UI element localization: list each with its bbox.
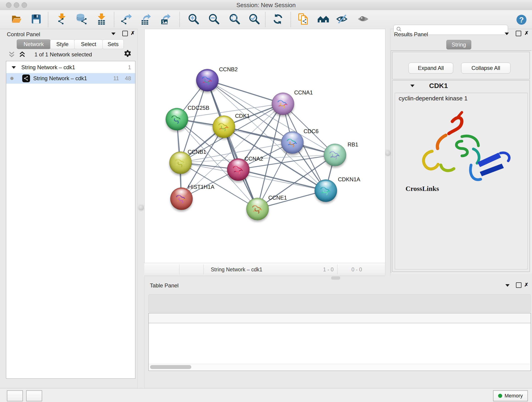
window-zoom-button[interactable]	[22, 2, 27, 8]
export-network-icon	[120, 13, 132, 26]
zoom-fit-button[interactable]	[228, 13, 241, 26]
protein-ribbon-thumb	[247, 198, 268, 220]
refresh-icon	[272, 13, 284, 26]
control-panel-title: Control Panel	[7, 31, 40, 38]
gene-collapse-icon[interactable]	[410, 85, 414, 87]
edge-CCNB2-CCNA1[interactable]	[207, 80, 283, 104]
help-button[interactable]: ?	[515, 14, 528, 27]
copy-network-button[interactable]	[297, 13, 310, 26]
control-panel-menu-icon[interactable]	[111, 32, 115, 35]
first-neighbors-icon	[317, 13, 329, 26]
network-options-gear-icon[interactable]	[124, 50, 132, 58]
node-label-CCNE1: CCNE1	[268, 195, 287, 201]
protein-ribbon-thumb	[213, 116, 235, 138]
network-canvas[interactable]: CCNB2CCNA1CDC25BCDK1CDC6RB1CCNB1CCNA2CDK…	[144, 29, 385, 263]
node-RB1[interactable]	[324, 144, 346, 166]
toolbar-separator	[291, 12, 291, 27]
network-row-selected[interactable]: String Network – cdk1 11 48	[6, 73, 135, 84]
control-panel-float-icon[interactable]	[122, 31, 128, 36]
gene-result-box: CDK1 cyclin-dependent kinase 1	[392, 80, 530, 272]
export-network-button[interactable]	[120, 13, 133, 26]
import-network-button[interactable]	[56, 13, 68, 26]
hidden-count: 0 - 0	[351, 265, 362, 274]
results-panel-float-icon[interactable]	[516, 31, 521, 36]
edge-CCNA2-CDKN1A[interactable]	[238, 169, 326, 191]
cloud-button[interactable]	[7, 390, 23, 401]
gene-description: cyclin-dependent kinase 1	[399, 95, 468, 102]
network-node-count: 11	[113, 75, 119, 82]
export-table-button[interactable]	[139, 13, 152, 26]
protein-ribbon-thumb	[324, 144, 346, 166]
toolbar-separator	[179, 264, 179, 274]
collapse-all-button[interactable]: Collapse All	[461, 63, 510, 74]
title-bar: Session: New Session	[0, 0, 532, 10]
window-minimize-button[interactable]	[14, 2, 19, 8]
import-table-button[interactable]	[95, 13, 108, 26]
node-CDC25B[interactable]	[166, 108, 188, 130]
export-table-icon	[139, 13, 151, 26]
tab-select[interactable]: Select	[74, 39, 103, 49]
save-session-button[interactable]	[30, 13, 43, 26]
results-panel-close-icon[interactable]: ✗	[525, 31, 529, 36]
control-panel-close-icon[interactable]: ✗	[131, 31, 135, 36]
network-collection-row[interactable]: String Network – cdk1 1	[6, 62, 135, 73]
left-splitter[interactable]	[138, 29, 145, 388]
protein-ribbon-thumb	[166, 108, 188, 130]
string-results-container: Expand All Collapse All CDK1 cyclin-depe…	[391, 51, 532, 273]
node-CDK1[interactable]	[213, 115, 235, 138]
show-all-button[interactable]	[357, 13, 370, 26]
node-CDC6[interactable]	[281, 131, 304, 154]
node-CCNB2[interactable]	[196, 69, 219, 91]
zoom-out-button[interactable]	[208, 13, 220, 26]
network-share-icon	[22, 75, 30, 82]
protein-ribbon-thumb	[196, 69, 218, 91]
network-label: String Network – cdk1	[33, 75, 87, 82]
refresh-button[interactable]	[272, 13, 284, 26]
node-CDKN1A[interactable]	[315, 179, 337, 202]
network-tree: String Network – cdk1 1 String Network –…	[6, 61, 135, 379]
export-image-icon	[159, 13, 171, 26]
collection-expand-icon[interactable]	[12, 66, 16, 69]
open-session-icon	[11, 13, 22, 26]
node-label-RB1: RB1	[348, 141, 358, 148]
node-label-CDC6: CDC6	[304, 128, 318, 134]
zoom-out-icon	[208, 13, 220, 26]
tab-style[interactable]: Style	[50, 39, 75, 49]
node-label-HIST1H1A: HIST1H1A	[188, 184, 215, 190]
import-database-icon	[76, 13, 88, 26]
tab-string[interactable]: String	[446, 40, 471, 50]
node-label-CDKN1A: CDKN1A	[338, 176, 360, 183]
memory-button[interactable]: Memory	[493, 390, 528, 401]
export-image-button[interactable]	[158, 13, 171, 26]
tab-sets[interactable]: Sets	[102, 39, 124, 49]
node-CCNE1[interactable]	[246, 198, 269, 220]
results-panel-menu-icon[interactable]	[505, 32, 509, 35]
node-CCNA1[interactable]	[272, 93, 294, 115]
window-close-button[interactable]	[6, 2, 12, 8]
network-edge-count: 48	[125, 75, 131, 82]
tab-network[interactable]: Network	[17, 39, 51, 49]
main-toolbar: ?	[0, 10, 532, 29]
node-HIST1H1A[interactable]	[170, 187, 193, 210]
hide-selected-button[interactable]	[336, 13, 348, 26]
collection-count: 1	[128, 64, 131, 70]
node-label-CCNA2: CCNA2	[244, 156, 263, 162]
results-panel-title: Results Panel	[394, 31, 428, 38]
zoom-selected-icon	[248, 13, 260, 26]
right-splitter[interactable]	[385, 29, 390, 276]
expand-all-button[interactable]: Expand All	[409, 63, 453, 74]
node-label-CCNA1: CCNA1	[294, 89, 313, 96]
zoom-selected-button[interactable]	[248, 13, 261, 26]
import-database-button[interactable]	[75, 13, 88, 26]
first-neighbors-button[interactable]	[317, 13, 330, 26]
network-view-title: String Network – cdk1	[211, 265, 262, 274]
warnings-button[interactable]	[26, 390, 42, 401]
toolbar-separator	[114, 12, 114, 27]
svg-text:?: ?	[519, 16, 524, 24]
protein-ribbon-thumb	[315, 180, 337, 202]
open-session-button[interactable]	[10, 13, 23, 26]
scrollbar-thumb[interactable]	[150, 365, 191, 369]
left-splitter-knob[interactable]	[138, 204, 144, 211]
zoom-in-button[interactable]	[187, 13, 200, 26]
gene-detail-box: cyclin-dependent kinase 1 Cross	[395, 93, 528, 269]
